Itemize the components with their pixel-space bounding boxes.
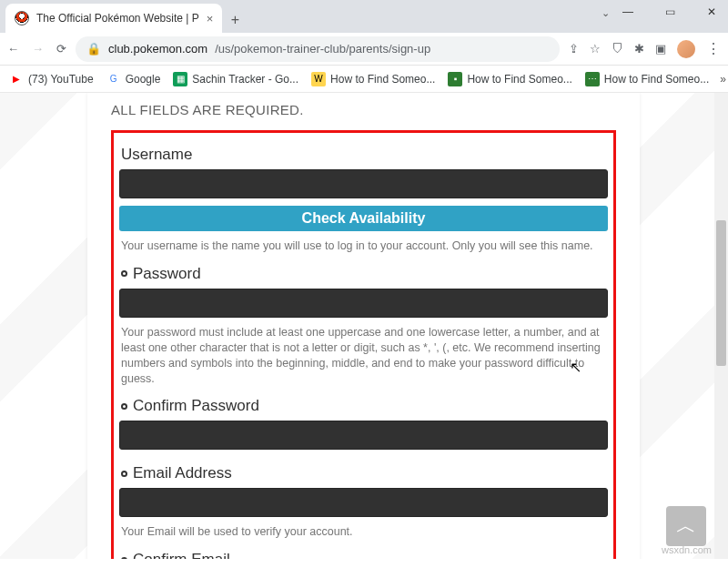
shield-icon[interactable]: ⛉ — [612, 42, 623, 56]
window-close[interactable]: ✕ — [699, 5, 724, 18]
scrollbar-track[interactable] — [714, 93, 728, 559]
username-hint: Your username is the name you will use t… — [121, 238, 606, 254]
email-hint: Your Email will be used to verify your a… — [121, 524, 606, 540]
bullet-icon — [121, 471, 127, 477]
bookmark-item[interactable]: ▪How to Find Someo... — [448, 72, 571, 86]
back-to-top-button[interactable]: ︿ — [666, 506, 706, 546]
bookmark-label: (73) YouTube — [28, 73, 94, 86]
url-path: /us/pokemon-trainer-club/parents/sign-up — [215, 42, 430, 56]
extensions-icon[interactable]: ✱ — [634, 42, 644, 56]
lock-icon: 🔒 — [86, 42, 101, 56]
bookmark-favicon: W — [311, 72, 326, 86]
close-icon[interactable]: × — [207, 12, 214, 25]
bookmarks-bar: ▶(73) YouTubeGGoogle▦Sachin Tracker - Go… — [0, 66, 728, 93]
address-bar: ← → ⟳ 🔒 club.pokemon.com/us/pokemon-trai… — [0, 33, 728, 66]
bookmark-label: How to Find Someo... — [467, 73, 571, 86]
new-tab-button[interactable]: + — [222, 7, 248, 33]
bookmark-item[interactable]: WHow to Find Someo... — [311, 72, 435, 86]
back-button[interactable]: ← — [7, 42, 19, 56]
confirm-password-label: Confirm Password — [121, 397, 608, 415]
required-notice: ALL FIELDS ARE REQUIRED. — [111, 102, 616, 117]
sidepanel-icon[interactable]: ▣ — [655, 42, 666, 56]
bookmark-item[interactable]: ▦Sachin Tracker - Go... — [173, 72, 298, 86]
confirm-email-label: Confirm Email — [121, 551, 608, 559]
window-minimize[interactable]: — — [615, 5, 641, 18]
page-viewport: ALL FIELDS ARE REQUIRED. Username Check … — [0, 93, 728, 559]
url-input[interactable]: 🔒 club.pokemon.com/us/pokemon-trainer-cl… — [76, 36, 560, 62]
watermark: wsxdn.com — [662, 544, 712, 555]
email-label: Email Address — [121, 464, 608, 482]
bookmark-favicon: ▦ — [173, 72, 187, 86]
username-input[interactable] — [119, 169, 608, 198]
form-container: ALL FIELDS ARE REQUIRED. Username Check … — [87, 93, 640, 559]
forward-button: → — [32, 42, 44, 56]
reload-button[interactable]: ⟳ — [56, 42, 66, 56]
bookmark-item[interactable]: ▶(73) YouTube — [9, 72, 94, 86]
bookmark-item[interactable]: GGoogle — [106, 72, 161, 86]
bookmark-label: Google — [126, 73, 161, 86]
password-label: Password — [121, 265, 608, 283]
bookmark-label: How to Find Someo... — [604, 73, 709, 86]
window-chevron[interactable]: ⌄ — [602, 7, 610, 19]
bookmark-favicon: G — [106, 72, 121, 86]
cursor-icon: ↖ — [570, 359, 581, 376]
bullet-icon — [121, 557, 127, 559]
bookmark-label: How to Find Someo... — [330, 73, 435, 86]
bullet-icon — [121, 270, 127, 277]
password-input[interactable] — [119, 289, 608, 318]
bookmark-favicon: ▪ — [448, 72, 462, 86]
scrollbar-thumb[interactable] — [716, 220, 726, 366]
bookmark-label: Sachin Tracker - Go... — [192, 73, 298, 86]
pokeball-icon — [15, 11, 29, 25]
check-availability-button[interactable]: Check Availability — [119, 206, 608, 231]
bullet-icon — [121, 403, 127, 410]
password-hint: Your password must include at least one … — [121, 325, 606, 387]
bookmarks-overflow[interactable]: » — [720, 73, 726, 86]
bookmark-favicon: ⋯ — [585, 72, 600, 86]
browser-tab[interactable]: The Official Pokémon Website | P × — [5, 4, 222, 33]
tab-title: The Official Pokémon Website | P — [36, 12, 199, 25]
window-maximize[interactable]: ▭ — [657, 5, 682, 18]
url-host: club.pokemon.com — [108, 42, 207, 56]
share-icon[interactable]: ⇪ — [569, 42, 579, 56]
username-label: Username — [121, 146, 608, 164]
profile-avatar[interactable] — [677, 40, 695, 58]
bookmark-star-icon[interactable]: ☆ — [590, 42, 601, 56]
confirm-password-input[interactable] — [119, 421, 608, 450]
email-input[interactable] — [119, 488, 608, 517]
bookmark-favicon: ▶ — [9, 72, 24, 86]
highlighted-form: Username Check Availability Your usernam… — [111, 130, 616, 559]
bookmark-item[interactable]: ⋯How to Find Someo... — [585, 72, 709, 86]
menu-icon[interactable]: ⋮ — [706, 40, 721, 57]
